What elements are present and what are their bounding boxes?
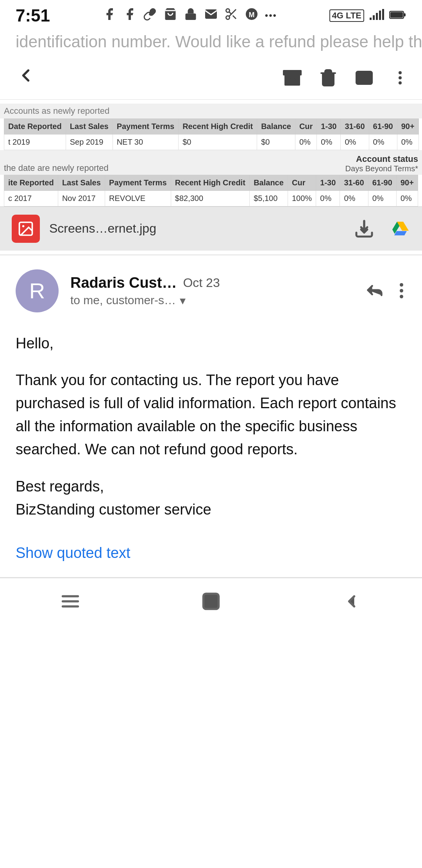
more-options-button[interactable]	[390, 68, 410, 88]
cr-col-recent-high: Recent High Credit	[179, 118, 257, 134]
email-body-text: Thank you for contacting us. The report …	[16, 369, 406, 461]
svg-point-2	[226, 9, 229, 13]
cr2-col-90p: 90+	[396, 175, 418, 190]
trash-icon	[318, 68, 338, 88]
dot1	[400, 283, 403, 287]
cr2-cell-date: c 2017	[4, 190, 58, 206]
cr-account-status-label: Account status Days Beyond Terms*	[345, 154, 418, 173]
sender-actions	[365, 280, 406, 302]
scrolled-top-fragment: identification number. Would like a refu…	[0, 31, 422, 57]
credit-report-image: Accounts as newly reported Date Reported…	[0, 100, 422, 255]
bag-icon	[163, 7, 177, 24]
email-signature-line1: Best regards,	[16, 475, 406, 498]
nav-menu-button[interactable]	[45, 583, 96, 619]
mark-unread-button[interactable]	[354, 68, 374, 88]
cr2-cell-1-30: 0%	[316, 190, 340, 206]
cr2-cell-last-sales: Nov 2017	[58, 190, 105, 206]
delete-button[interactable]	[318, 68, 338, 88]
cr2-col-payment: Payment Terms	[105, 175, 171, 190]
sender-name-row: Radaris Cust… Oct 23	[70, 274, 353, 291]
facebook-icon	[102, 7, 116, 24]
cr-cell-payment: NET 30	[113, 134, 178, 150]
sender-info: Radaris Cust… Oct 23 to me, customer-s… …	[70, 274, 353, 307]
download-icon	[355, 219, 374, 238]
svg-line-6	[229, 12, 231, 14]
lte-badge: 4G LTE	[329, 9, 364, 22]
download-button[interactable]	[354, 219, 374, 239]
show-quoted-text-button[interactable]: Show quoted text	[16, 537, 131, 577]
cr2-cell-balance: $5,100	[250, 190, 288, 206]
sender-name: Radaris Cust…	[70, 274, 177, 291]
signal-icon	[369, 9, 384, 22]
drive-button[interactable]	[390, 219, 410, 239]
status-bar: 7:51 M •••	[0, 0, 422, 31]
more-vertical-icon	[390, 68, 410, 88]
nav-home-button[interactable]	[185, 583, 237, 619]
cr-cell-1-30: 0%	[317, 134, 341, 150]
expand-recipients-button[interactable]: ▾	[180, 294, 186, 307]
cr2-col-1-30: 1-30	[316, 175, 340, 190]
cr-col-1-30: 1-30	[317, 118, 341, 134]
cr-cell-61-90: 0%	[369, 134, 397, 150]
recipient-row: to me, customer-s… ▾	[70, 294, 353, 307]
svg-rect-10	[373, 15, 375, 20]
cr-cell-90p: 0%	[397, 134, 418, 150]
archive-icon	[282, 68, 302, 88]
drive-icon	[391, 219, 409, 238]
svg-point-3	[226, 16, 229, 20]
svg-point-20	[22, 225, 25, 227]
cr-col-61-90: 61-90	[369, 118, 397, 134]
cr2-col-61-90: 61-90	[368, 175, 396, 190]
cr-col-payment-terms: Payment Terms	[113, 118, 178, 134]
attachment-section: Accounts as newly reported Date Reported…	[0, 100, 422, 255]
message-more-button[interactable]	[397, 280, 406, 301]
cr-cell-date: t 2019	[4, 134, 66, 150]
cr2-cell-payment: REVOLVE	[105, 190, 171, 206]
file-thumbnail	[12, 215, 40, 243]
cr2-col-last-sales: Last Sales	[58, 175, 105, 190]
cr-cell-high-credit: $0	[179, 134, 257, 150]
dot3	[400, 295, 403, 298]
cr2-cell-90p: 0%	[396, 190, 418, 206]
svg-rect-9	[370, 18, 372, 20]
nav-home-icon	[201, 591, 221, 612]
cr2-col-date: ite Reported	[4, 175, 58, 190]
svg-rect-25	[204, 594, 219, 609]
cr-table-1-container: Date Reported Last Sales Payment Terms R…	[0, 118, 422, 150]
cr-col-balance: Balance	[257, 118, 295, 134]
cr-cell-balance: $0	[257, 134, 295, 150]
facebook-icon-2	[123, 7, 137, 24]
svg-rect-12	[379, 11, 381, 20]
status-icons: M •••	[102, 7, 277, 24]
more-apps-icon: •••	[265, 10, 277, 21]
avatar: R	[16, 269, 59, 312]
file-action-icons	[354, 219, 410, 239]
back-button[interactable]	[12, 61, 40, 94]
header-action-icons	[282, 68, 410, 88]
email-message: R Radaris Cust… Oct 23 to me, customer-s…	[0, 255, 422, 577]
nav-back-button[interactable]	[326, 583, 377, 619]
reply-button[interactable]	[365, 280, 385, 302]
cr-cell-cur: 0%	[295, 134, 316, 150]
cr-section-2-header: the date are newly reported Account stat…	[0, 150, 422, 175]
email-signature-line2: BizStanding customer service	[16, 498, 406, 521]
nav-bar	[0, 578, 422, 625]
avatar-letter: R	[29, 278, 45, 303]
svg-line-5	[232, 16, 236, 19]
cr2-col-31-60: 31-60	[340, 175, 368, 190]
cr2-cell-cur: 100%	[288, 190, 316, 206]
cr2-cell-61-90: 0%	[368, 190, 396, 206]
reply-icon	[365, 280, 385, 300]
mail-icon	[204, 7, 218, 24]
sender-row: R Radaris Cust… Oct 23 to me, customer-s…	[16, 255, 406, 320]
mail-action-icon	[354, 68, 374, 88]
archive-button[interactable]	[282, 68, 302, 88]
m-icon: M	[245, 7, 259, 24]
image-icon	[17, 220, 34, 237]
fragment-text: identification number. Would like a refu…	[0, 31, 422, 57]
cr-col-date-reported: Date Reported	[4, 118, 66, 134]
nav-menu-icon	[60, 591, 80, 612]
cr-section-2-note: the date are newly reported	[4, 163, 109, 173]
email-greeting: Hello,	[16, 332, 406, 355]
status-time: 7:51	[16, 6, 50, 25]
